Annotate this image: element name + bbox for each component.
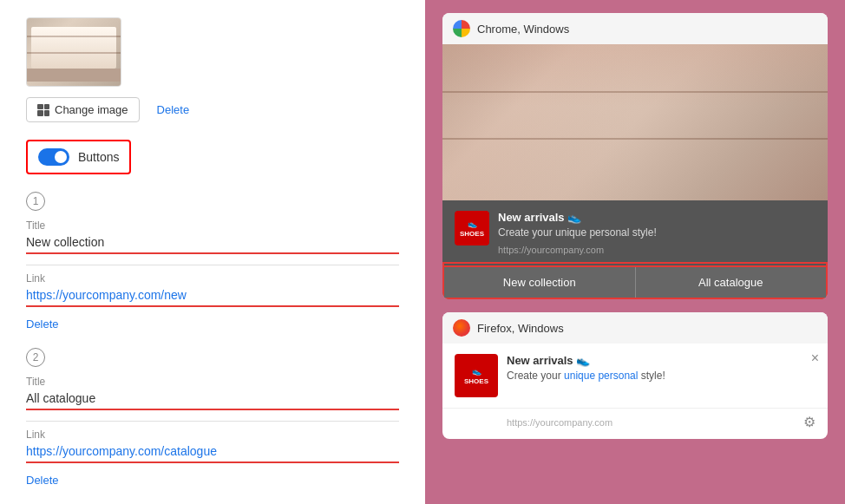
firefox-notif-url: https://yourcompany.com: [507, 417, 612, 428]
chrome-notification-body: 👟 SHOES New arrivals 👟 Create your uniqu…: [442, 200, 828, 299]
chrome-btn-1[interactable]: New collection: [444, 267, 636, 298]
item-1-number: 1: [26, 192, 45, 211]
chrome-icon: [453, 20, 470, 37]
firefox-notification: 👟 SHOES New arrivals 👟 Create your uniqu…: [442, 344, 828, 408]
firefox-brand-name: SHOES: [464, 377, 488, 385]
shoes-brand-icon-firefox: 👟 SHOES: [455, 354, 498, 397]
grid-icon: [37, 104, 49, 116]
chrome-notif-description: Create your unique personal style!: [498, 226, 657, 239]
item-2-header: 2: [26, 348, 399, 367]
link-field-1: Link https://yourcompany.com/new: [26, 272, 399, 307]
button-item-2: 2 Title All catalogue Link https://yourc…: [26, 348, 399, 487]
firefox-gear-icon[interactable]: ⚙: [803, 414, 816, 430]
buttons-toggle-row: Buttons: [26, 140, 131, 174]
firefox-shoes-emoji: 👟: [472, 367, 481, 376]
chrome-btn-2[interactable]: All catalogue: [636, 267, 827, 298]
store-image: [27, 18, 121, 86]
image-delete-link[interactable]: Delete: [157, 103, 190, 116]
chrome-notif-top: 👟 SHOES New arrivals 👟 Create your uniqu…: [455, 211, 816, 257]
change-image-button[interactable]: Change image: [26, 97, 140, 122]
link-field-2: Link https://yourcompany.com/catalogue: [26, 429, 399, 463]
title-value-1[interactable]: New collection: [26, 235, 399, 254]
chrome-notif-text: New arrivals 👟 Create your unique person…: [498, 211, 657, 257]
item-1-delete[interactable]: Delete: [26, 317, 399, 331]
link-label-2: Link: [26, 429, 399, 441]
firefox-header: Firefox, Windows: [442, 312, 828, 344]
chrome-preview-image: [442, 44, 828, 200]
firefox-notif-description: Create your unique personal style!: [507, 370, 665, 382]
chrome-notif-buttons: New collection All catalogue: [444, 265, 826, 298]
title-label-1: Title: [26, 219, 399, 232]
chrome-header: Chrome, Windows: [442, 13, 828, 44]
item-1-header: 1: [26, 192, 399, 211]
shoes-brand-name: SHOES: [460, 230, 484, 238]
link-value-1[interactable]: https://yourcompany.com/new: [26, 288, 399, 307]
shoes-brand-icon-chrome: 👟 SHOES: [455, 211, 489, 245]
buttons-toggle-label: Buttons: [78, 150, 119, 164]
left-panel: Change image Delete Buttons 1 Title New …: [0, 0, 425, 504]
firefox-icon: [453, 319, 470, 337]
highlight-personal: personal: [598, 370, 638, 382]
buttons-toggle[interactable]: [38, 148, 69, 166]
image-preview: [26, 17, 121, 87]
firefox-notif-text: New arrivals 👟 Create your unique person…: [507, 354, 665, 382]
title-field-1: Title New collection: [26, 219, 399, 254]
chrome-notif-buttons-wrapper: New collection All catalogue: [442, 262, 828, 299]
highlight-unique: unique: [564, 370, 595, 382]
chrome-preview-card: Chrome, Windows 👟 SHOES New arrivals 👟 C…: [442, 13, 828, 299]
firefox-notif-title: New arrivals 👟: [507, 354, 665, 367]
title-field-2: Title All catalogue: [26, 376, 399, 410]
separator-1: [26, 265, 399, 265]
firefox-browser-label: Firefox, Windows: [477, 322, 564, 335]
firefox-bottom-bar: https://yourcompany.com ⚙: [442, 408, 828, 439]
change-image-label: Change image: [55, 103, 128, 116]
button-item-1: 1 Title New collection Link https://your…: [26, 192, 399, 331]
firefox-preview-card: Firefox, Windows 👟 SHOES New arrivals 👟 …: [442, 312, 828, 439]
title-label-2: Title: [26, 376, 399, 388]
chrome-notif-url: https://yourcompany.com: [498, 245, 604, 255]
image-actions: Change image Delete: [26, 97, 399, 122]
title-value-2[interactable]: All catalogue: [26, 391, 399, 410]
right-panel: Chrome, Windows 👟 SHOES New arrivals 👟 C…: [425, 0, 845, 504]
shoes-icon-label: 👟: [468, 219, 477, 228]
link-label-1: Link: [26, 272, 399, 285]
firefox-close-button[interactable]: ×: [811, 350, 819, 366]
separator-2: [26, 421, 399, 422]
item-2-number: 2: [26, 348, 45, 367]
link-value-2[interactable]: https://yourcompany.com/catalogue: [26, 444, 399, 463]
chrome-browser-label: Chrome, Windows: [477, 23, 569, 36]
chrome-notif-title: New arrivals 👟: [498, 211, 657, 224]
item-2-delete[interactable]: Delete: [26, 474, 399, 487]
